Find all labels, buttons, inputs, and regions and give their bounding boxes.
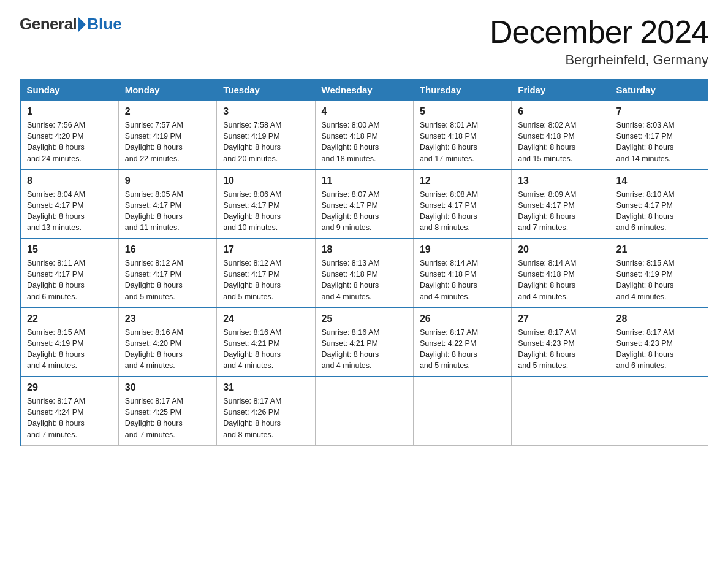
header-cell-tuesday: Tuesday bbox=[217, 80, 315, 101]
day-info: Sunrise: 7:58 AM Sunset: 4:19 PM Dayligh… bbox=[223, 120, 308, 164]
calendar-cell: 12Sunrise: 8:08 AM Sunset: 4:17 PM Dayli… bbox=[413, 170, 511, 239]
day-info: Sunrise: 8:17 AM Sunset: 4:26 PM Dayligh… bbox=[223, 396, 308, 440]
day-number: 16 bbox=[125, 244, 210, 255]
day-info: Sunrise: 8:12 AM Sunset: 4:17 PM Dayligh… bbox=[223, 258, 308, 302]
day-number: 26 bbox=[420, 313, 505, 324]
calendar-cell: 22Sunrise: 8:15 AM Sunset: 4:19 PM Dayli… bbox=[20, 308, 118, 377]
logo: General Blue bbox=[20, 15, 122, 34]
day-info: Sunrise: 8:13 AM Sunset: 4:18 PM Dayligh… bbox=[322, 258, 407, 302]
logo-blue-text: Blue bbox=[87, 15, 121, 34]
header-cell-wednesday: Wednesday bbox=[315, 80, 413, 101]
day-info: Sunrise: 8:01 AM Sunset: 4:18 PM Dayligh… bbox=[420, 120, 505, 164]
day-info: Sunrise: 8:00 AM Sunset: 4:18 PM Dayligh… bbox=[322, 120, 407, 164]
day-number: 6 bbox=[518, 106, 603, 117]
calendar-cell: 13Sunrise: 8:09 AM Sunset: 4:17 PM Dayli… bbox=[512, 170, 610, 239]
header-cell-thursday: Thursday bbox=[413, 80, 511, 101]
calendar-cell: 26Sunrise: 8:17 AM Sunset: 4:22 PM Dayli… bbox=[413, 308, 511, 377]
calendar-cell: 31Sunrise: 8:17 AM Sunset: 4:26 PM Dayli… bbox=[217, 377, 315, 445]
day-info: Sunrise: 7:57 AM Sunset: 4:19 PM Dayligh… bbox=[125, 120, 210, 164]
day-info: Sunrise: 8:14 AM Sunset: 4:18 PM Dayligh… bbox=[518, 258, 603, 302]
day-number: 27 bbox=[518, 313, 603, 324]
header-cell-monday: Monday bbox=[118, 80, 216, 101]
day-number: 11 bbox=[322, 175, 407, 186]
day-info: Sunrise: 8:06 AM Sunset: 4:17 PM Dayligh… bbox=[223, 189, 308, 234]
day-info: Sunrise: 8:16 AM Sunset: 4:21 PM Dayligh… bbox=[322, 327, 407, 372]
calendar-cell: 9Sunrise: 8:05 AM Sunset: 4:17 PM Daylig… bbox=[118, 170, 216, 239]
day-info: Sunrise: 8:10 AM Sunset: 4:17 PM Dayligh… bbox=[616, 189, 702, 234]
day-info: Sunrise: 8:16 AM Sunset: 4:21 PM Dayligh… bbox=[223, 327, 308, 372]
header-cell-sunday: Sunday bbox=[20, 80, 118, 101]
calendar-cell: 27Sunrise: 8:17 AM Sunset: 4:23 PM Dayli… bbox=[512, 308, 610, 377]
day-number: 2 bbox=[125, 106, 210, 117]
calendar-cell: 1Sunrise: 7:56 AM Sunset: 4:20 PM Daylig… bbox=[20, 101, 118, 170]
day-info: Sunrise: 8:05 AM Sunset: 4:17 PM Dayligh… bbox=[125, 189, 210, 234]
week-row-3: 15Sunrise: 8:11 AM Sunset: 4:17 PM Dayli… bbox=[20, 239, 708, 308]
calendar-cell: 14Sunrise: 8:10 AM Sunset: 4:17 PM Dayli… bbox=[610, 170, 708, 239]
calendar-cell: 17Sunrise: 8:12 AM Sunset: 4:17 PM Dayli… bbox=[217, 239, 315, 308]
day-number: 31 bbox=[223, 382, 308, 393]
calendar-cell: 30Sunrise: 8:17 AM Sunset: 4:25 PM Dayli… bbox=[118, 377, 216, 445]
calendar-cell bbox=[413, 377, 511, 445]
week-row-2: 8Sunrise: 8:04 AM Sunset: 4:17 PM Daylig… bbox=[20, 170, 708, 239]
day-number: 30 bbox=[125, 382, 210, 393]
calendar-cell: 2Sunrise: 7:57 AM Sunset: 4:19 PM Daylig… bbox=[118, 101, 216, 170]
calendar-cell: 18Sunrise: 8:13 AM Sunset: 4:18 PM Dayli… bbox=[315, 239, 413, 308]
calendar-cell: 3Sunrise: 7:58 AM Sunset: 4:19 PM Daylig… bbox=[217, 101, 315, 170]
day-info: Sunrise: 8:11 AM Sunset: 4:17 PM Dayligh… bbox=[27, 258, 112, 302]
calendar-cell: 16Sunrise: 8:12 AM Sunset: 4:17 PM Dayli… bbox=[118, 239, 216, 308]
day-info: Sunrise: 8:17 AM Sunset: 4:23 PM Dayligh… bbox=[616, 327, 702, 372]
day-number: 25 bbox=[322, 313, 407, 324]
title-block: December 2024 Bergrheinfeld, Germany bbox=[490, 15, 708, 68]
day-number: 23 bbox=[125, 313, 210, 324]
day-info: Sunrise: 8:07 AM Sunset: 4:17 PM Dayligh… bbox=[322, 189, 407, 234]
day-number: 9 bbox=[125, 175, 210, 186]
calendar-cell: 15Sunrise: 8:11 AM Sunset: 4:17 PM Dayli… bbox=[20, 239, 118, 308]
calendar-cell: 25Sunrise: 8:16 AM Sunset: 4:21 PM Dayli… bbox=[315, 308, 413, 377]
calendar-cell: 28Sunrise: 8:17 AM Sunset: 4:23 PM Dayli… bbox=[610, 308, 708, 377]
week-row-5: 29Sunrise: 8:17 AM Sunset: 4:24 PM Dayli… bbox=[20, 377, 708, 445]
calendar-cell: 29Sunrise: 8:17 AM Sunset: 4:24 PM Dayli… bbox=[20, 377, 118, 445]
day-number: 8 bbox=[27, 175, 112, 186]
day-info: Sunrise: 8:17 AM Sunset: 4:22 PM Dayligh… bbox=[420, 327, 505, 372]
calendar-cell: 10Sunrise: 8:06 AM Sunset: 4:17 PM Dayli… bbox=[217, 170, 315, 239]
logo-arrow-icon bbox=[78, 17, 86, 33]
day-number: 15 bbox=[27, 244, 112, 255]
calendar-cell: 4Sunrise: 8:00 AM Sunset: 4:18 PM Daylig… bbox=[315, 101, 413, 170]
day-number: 17 bbox=[223, 244, 308, 255]
day-info: Sunrise: 8:17 AM Sunset: 4:23 PM Dayligh… bbox=[518, 327, 603, 372]
day-info: Sunrise: 8:03 AM Sunset: 4:17 PM Dayligh… bbox=[616, 120, 702, 164]
calendar-header: SundayMondayTuesdayWednesdayThursdayFrid… bbox=[20, 80, 708, 101]
header-cell-friday: Friday bbox=[512, 80, 610, 101]
day-info: Sunrise: 8:14 AM Sunset: 4:18 PM Dayligh… bbox=[420, 258, 505, 302]
calendar-cell: 24Sunrise: 8:16 AM Sunset: 4:21 PM Dayli… bbox=[217, 308, 315, 377]
day-info: Sunrise: 8:17 AM Sunset: 4:25 PM Dayligh… bbox=[125, 396, 210, 440]
week-row-1: 1Sunrise: 7:56 AM Sunset: 4:20 PM Daylig… bbox=[20, 101, 708, 170]
day-number: 24 bbox=[223, 313, 308, 324]
day-info: Sunrise: 7:56 AM Sunset: 4:20 PM Dayligh… bbox=[27, 120, 112, 164]
calendar-cell: 19Sunrise: 8:14 AM Sunset: 4:18 PM Dayli… bbox=[413, 239, 511, 308]
calendar-cell bbox=[315, 377, 413, 445]
calendar-cell bbox=[610, 377, 708, 445]
header-cell-saturday: Saturday bbox=[610, 80, 708, 101]
calendar-table: SundayMondayTuesdayWednesdayThursdayFrid… bbox=[20, 79, 708, 446]
calendar-cell: 8Sunrise: 8:04 AM Sunset: 4:17 PM Daylig… bbox=[20, 170, 118, 239]
day-info: Sunrise: 8:08 AM Sunset: 4:17 PM Dayligh… bbox=[420, 189, 505, 234]
day-number: 14 bbox=[616, 175, 702, 186]
calendar-cell: 23Sunrise: 8:16 AM Sunset: 4:20 PM Dayli… bbox=[118, 308, 216, 377]
day-info: Sunrise: 8:16 AM Sunset: 4:20 PM Dayligh… bbox=[125, 327, 210, 372]
day-number: 29 bbox=[27, 382, 112, 393]
day-info: Sunrise: 8:12 AM Sunset: 4:17 PM Dayligh… bbox=[125, 258, 210, 302]
calendar-title: December 2024 bbox=[490, 15, 708, 50]
day-number: 19 bbox=[420, 244, 505, 255]
header-row: SundayMondayTuesdayWednesdayThursdayFrid… bbox=[20, 80, 708, 101]
calendar-cell: 5Sunrise: 8:01 AM Sunset: 4:18 PM Daylig… bbox=[413, 101, 511, 170]
day-number: 13 bbox=[518, 175, 603, 186]
day-info: Sunrise: 8:15 AM Sunset: 4:19 PM Dayligh… bbox=[616, 258, 702, 302]
calendar-cell: 7Sunrise: 8:03 AM Sunset: 4:17 PM Daylig… bbox=[610, 101, 708, 170]
calendar-cell: 11Sunrise: 8:07 AM Sunset: 4:17 PM Dayli… bbox=[315, 170, 413, 239]
day-number: 21 bbox=[616, 244, 702, 255]
day-info: Sunrise: 8:09 AM Sunset: 4:17 PM Dayligh… bbox=[518, 189, 603, 234]
day-number: 3 bbox=[223, 106, 308, 117]
page-header: General Blue December 2024 Bergrheinfeld… bbox=[20, 15, 708, 68]
day-number: 20 bbox=[518, 244, 603, 255]
